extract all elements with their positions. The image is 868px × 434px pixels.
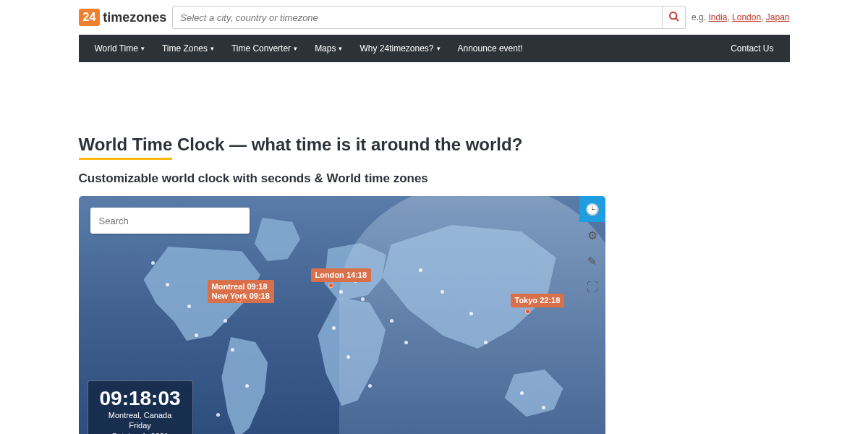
clock-time: 09:18:03 <box>100 387 181 410</box>
clock-panel: 09:18:03 Montreal, Canada Friday October… <box>88 380 193 434</box>
city-dot-london[interactable] <box>328 283 333 288</box>
logo-link[interactable]: 24 timezones <box>79 9 167 26</box>
nav-maps[interactable]: Maps▾ <box>306 35 351 62</box>
clock-icon: 🕒 <box>585 203 600 216</box>
example-link-japan[interactable]: Japan <box>766 12 790 22</box>
search-button[interactable] <box>663 6 686 29</box>
nav-announce[interactable]: Announce event! <box>449 35 532 62</box>
city-dot-newyork[interactable] <box>237 297 242 302</box>
svg-line-1 <box>676 18 678 21</box>
nav-time-zones[interactable]: Time Zones▾ <box>153 35 223 62</box>
header-search-input[interactable] <box>172 6 663 29</box>
pencil-icon: ✎ <box>587 255 597 268</box>
chevron-down-icon: ▾ <box>339 45 342 52</box>
city-label-tokyo[interactable]: Tokyo 22:18 <box>511 294 565 307</box>
clock-location: Montreal, Canada <box>100 410 181 420</box>
search-examples: e.g. India, London, Japan <box>692 12 789 22</box>
gear-icon: ⚙ <box>587 229 597 242</box>
world-map-widget[interactable]: Montreal 09:18 New York 09:18 London 14:… <box>79 196 605 434</box>
nav-time-converter[interactable]: Time Converter▾ <box>223 35 306 62</box>
fullscreen-tool-button[interactable]: ⛶ <box>579 274 605 300</box>
nav-contact[interactable]: Contact Us <box>722 35 782 62</box>
clock-day: Friday <box>100 420 181 430</box>
map-search-input[interactable] <box>99 216 241 226</box>
nav-why[interactable]: Why 24timezones?▾ <box>351 35 448 62</box>
search-icon <box>668 11 680 25</box>
continent-shape <box>213 337 274 434</box>
city-label-london[interactable]: London 14:18 <box>311 268 372 282</box>
page-title: World Time Clock — what time is it aroun… <box>79 135 790 160</box>
clock-tool-button[interactable]: 🕒 <box>579 196 605 222</box>
chevron-down-icon: ▾ <box>141 45 145 52</box>
example-link-india[interactable]: India <box>708 12 727 22</box>
clock-date: October 1, 2021 <box>100 431 181 434</box>
main-nav: World Time▾ Time Zones▾ Time Converter▾ … <box>79 35 790 62</box>
logo-badge: 24 <box>79 9 101 26</box>
continent-shape <box>252 218 303 261</box>
svg-point-0 <box>670 12 676 19</box>
page-subtitle: Customizable world clock with seconds & … <box>79 171 790 186</box>
chevron-down-icon: ▾ <box>294 45 297 52</box>
city-dot-tokyo[interactable] <box>525 309 530 314</box>
chevron-down-icon: ▾ <box>210 45 214 52</box>
example-link-london[interactable]: London <box>732 12 761 22</box>
fullscreen-icon: ⛶ <box>587 281 598 294</box>
edit-tool-button[interactable]: ✎ <box>579 248 605 274</box>
chevron-down-icon: ▾ <box>437 45 441 52</box>
map-search-box[interactable] <box>90 208 250 234</box>
logo-text: timezones <box>103 10 166 25</box>
settings-tool-button[interactable]: ⚙ <box>579 222 605 248</box>
nav-world-time[interactable]: World Time▾ <box>86 35 153 62</box>
